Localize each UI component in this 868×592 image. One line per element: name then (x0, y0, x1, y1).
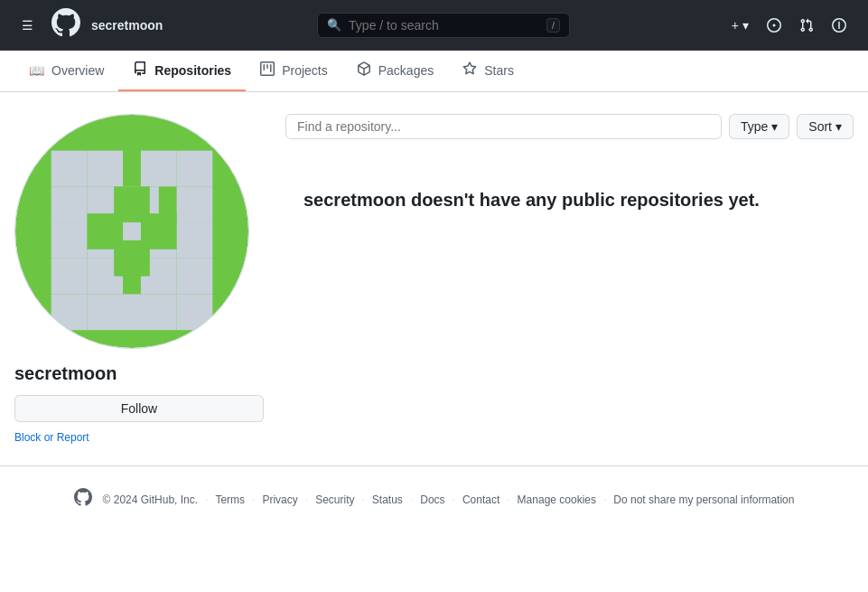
main-container: secretmoon Follow Block or Report Type ▾… (0, 92, 868, 465)
packages-icon (357, 61, 371, 79)
tab-stars[interactable]: Stars (448, 51, 528, 91)
header-left: ☰ secretmoon (14, 8, 163, 42)
issues-button[interactable] (760, 13, 789, 38)
tab-repositories[interactable]: Repositories (118, 51, 246, 91)
footer-link-terms[interactable]: Terms (215, 493, 245, 506)
footer-divider-0: · (205, 493, 208, 506)
profile-name: secretmoon (14, 363, 264, 384)
svg-rect-14 (177, 258, 213, 295)
profile-sidebar: secretmoon Follow Block or Report (14, 114, 285, 444)
footer-link-contact[interactable]: Contact (462, 493, 499, 506)
footer-link-docs[interactable]: Docs (420, 493, 444, 506)
svg-rect-2 (51, 186, 88, 222)
svg-rect-20 (177, 294, 213, 330)
footer-divider-4: · (410, 493, 413, 506)
footer-link-do-not-share[interactable]: Do not share my personal information (613, 493, 794, 506)
svg-rect-4 (177, 151, 213, 187)
footer-link-security[interactable]: Security (315, 493, 354, 506)
footer-divider-5: · (453, 493, 455, 506)
footer-github-logo (74, 488, 92, 511)
footer-divider-3: · (362, 493, 365, 506)
footer-copyright: © 2024 GitHub, Inc. (103, 493, 199, 506)
block-or-report-link[interactable]: Block or Report (14, 431, 89, 444)
footer-divider-6: · (507, 493, 509, 506)
empty-state-text: secretmoon doesn't have any public repos… (303, 190, 835, 211)
svg-rect-5 (177, 186, 213, 222)
search-icon: 🔍 (327, 18, 341, 32)
avatar-image (15, 115, 248, 348)
global-search-box[interactable]: 🔍 / (317, 13, 570, 38)
footer-inner: © 2024 GitHub, Inc. · Terms · Privacy · … (14, 488, 854, 511)
header-username: secretmoon (91, 18, 163, 33)
repo-controls: Type ▾ Sort ▾ (285, 114, 854, 139)
avatar (14, 114, 249, 349)
chevron-down-icon: ▾ (835, 119, 842, 134)
sort-button[interactable]: Sort ▾ (797, 114, 854, 139)
tab-packages[interactable]: Packages (342, 51, 448, 91)
github-logo-icon (51, 8, 80, 42)
main-header: ☰ secretmoon 🔍 / + ▾ (0, 0, 868, 51)
svg-rect-18 (123, 222, 141, 240)
svg-rect-13 (177, 222, 213, 258)
svg-rect-11 (51, 258, 88, 295)
svg-rect-3 (87, 151, 123, 187)
repositories-content: Type ▾ Sort ▾ secretmoon doesn't have an… (285, 114, 854, 444)
repo-search-input[interactable] (285, 114, 722, 139)
svg-rect-6 (141, 151, 177, 187)
svg-rect-1 (51, 151, 88, 187)
footer-link-manage-cookies[interactable]: Manage cookies (518, 493, 596, 506)
repositories-icon (133, 61, 147, 79)
hamburger-button[interactable]: ☰ (14, 13, 41, 38)
pull-requests-button[interactable] (792, 13, 821, 38)
new-item-button[interactable]: + ▾ (724, 13, 756, 38)
tab-overview[interactable]: 📖 Overview (14, 52, 118, 90)
type-filter-button[interactable]: Type ▾ (729, 114, 789, 139)
global-search-input[interactable] (349, 18, 539, 33)
profile-nav: 📖 Overview Repositories Projects Package… (0, 51, 868, 92)
header-actions: + ▾ (724, 13, 854, 38)
chevron-down-icon: ▾ (742, 18, 749, 33)
inbox-button[interactable] (825, 13, 854, 38)
footer-link-privacy[interactable]: Privacy (262, 493, 297, 506)
svg-rect-12 (51, 222, 88, 258)
plus-icon: + (732, 18, 739, 33)
chevron-down-icon: ▾ (771, 119, 778, 134)
svg-rect-21 (87, 294, 176, 330)
footer-link-status[interactable]: Status (372, 493, 403, 506)
empty-state: secretmoon doesn't have any public repos… (285, 154, 854, 247)
footer-divider-1: · (252, 493, 255, 506)
footer-divider-2: · (305, 493, 308, 506)
follow-button[interactable]: Follow (14, 395, 264, 422)
tab-projects[interactable]: Projects (246, 51, 342, 91)
stars-icon (462, 61, 477, 79)
header-search-area: 🔍 / (317, 13, 570, 38)
footer-divider-7: · (603, 493, 606, 506)
page-footer: © 2024 GitHub, Inc. · Terms · Privacy · … (0, 465, 868, 532)
overview-icon: 📖 (29, 63, 44, 78)
svg-rect-19 (51, 294, 88, 330)
search-shortcut-badge: / (546, 18, 560, 33)
projects-icon (260, 61, 275, 79)
